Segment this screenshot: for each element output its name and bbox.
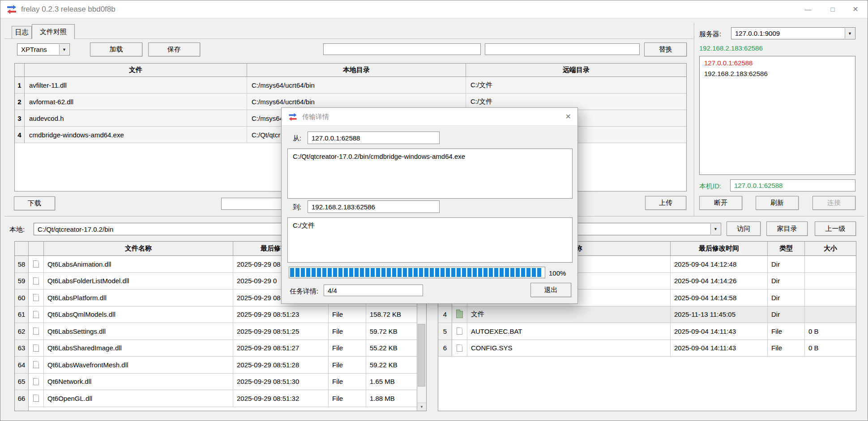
cell-size: 0 B: [805, 340, 856, 357]
up-level-button[interactable]: 上一级: [815, 221, 856, 236]
cell-size: 1.88 MB: [366, 390, 417, 407]
row-number: 63: [15, 340, 29, 357]
progress-bar: [289, 267, 545, 278]
corner-cell: [15, 242, 29, 255]
tab-log[interactable]: 日志: [12, 26, 32, 38]
row-number: 59: [15, 273, 29, 290]
cell-type: File: [329, 357, 366, 374]
row-number: 58: [15, 256, 29, 273]
chevron-down-icon: ▼: [59, 44, 69, 55]
download-button[interactable]: 下载: [14, 196, 55, 210]
col-local-dir[interactable]: 本地目录: [247, 64, 466, 77]
cell-modified: 2025-09-04 14:11:43: [671, 340, 768, 357]
cell-modified: 2025-09-29 08:51:32: [233, 390, 329, 407]
cell-modified: 2025-09-29 08:51:23: [233, 306, 329, 323]
cell-type: File: [329, 374, 366, 391]
preset-combobox[interactable]: XPTrans ▼: [17, 43, 70, 55]
cell-name: Qt6LabsPlatform.dll: [44, 289, 233, 306]
cell-size: 55.22 KB: [366, 340, 417, 357]
to-label: 到:: [293, 203, 301, 212]
table-row[interactable]: 65 Qt6Network.dll 2025-09-29 08:51:30 Fi…: [15, 374, 417, 391]
exit-button[interactable]: 退出: [530, 283, 571, 297]
refresh-button[interactable]: 刷新: [756, 196, 799, 210]
maximize-icon[interactable]: □: [822, 0, 843, 18]
cell-size: 1.65 MB: [366, 374, 417, 391]
close-icon[interactable]: ✕: [845, 0, 866, 18]
col-remote-dir[interactable]: 远端目录: [466, 64, 686, 77]
save-button[interactable]: 保存: [148, 43, 200, 56]
cell-name: Qt6LabsQmlModels.dll: [44, 306, 233, 323]
table-row[interactable]: 62 Qt6LabsSettings.dll 2025-09-29 08:51:…: [15, 323, 417, 340]
cell-type: Dir: [768, 306, 805, 323]
progress-segment: [430, 268, 434, 277]
cell-file: cmdbridge-windows-amd64.exe: [25, 127, 247, 143]
vertical-divider: [694, 23, 694, 216]
to-path-textarea[interactable]: C:/文件: [287, 217, 573, 263]
progress-segment: [510, 268, 514, 277]
server-label: 服务器:: [699, 30, 721, 38]
col-type[interactable]: 类型: [768, 242, 805, 255]
row-number: 61: [15, 306, 29, 323]
compare-filter-input[interactable]: [221, 198, 287, 210]
connect-button[interactable]: 连接: [812, 196, 855, 210]
table-row[interactable]: 64 Qt6LabsWavefrontMesh.dll 2025-09-29 0…: [15, 357, 417, 374]
task-details-label: 任务详情:: [290, 287, 318, 296]
cell-name: Qt6LabsSharedImage.dll: [44, 340, 233, 357]
load-button[interactable]: 加载: [90, 43, 142, 56]
row-number: 5: [438, 323, 452, 340]
progress-segment: [457, 268, 461, 277]
home-dir-button[interactable]: 家目录: [766, 221, 808, 236]
row-number-strip: [15, 407, 29, 411]
minimize-icon[interactable]: —: [798, 0, 818, 18]
table-row[interactable]: 66 Qt6OpenGL.dll 2025-09-29 08:51:32 Fil…: [15, 390, 417, 407]
cell-modified: 2025-09-04 14:14:26: [671, 273, 768, 290]
replace-button[interactable]: 替换: [644, 43, 687, 56]
table-row[interactable]: 61 Qt6LabsQmlModels.dll 2025-09-29 08:51…: [15, 306, 417, 323]
cell-modified: 2025-09-29 08:51:27: [233, 340, 329, 357]
disconnect-button[interactable]: 断开: [699, 196, 742, 210]
table-row[interactable]: 1 avfilter-11.dll C:/msys64/ucrt64/bin C…: [15, 77, 686, 94]
cell-name: CONFIG.SYS: [467, 340, 671, 357]
table-row[interactable]: 5 AUTOEXEC.BAT 2025-09-04 14:11:43 File …: [438, 323, 856, 340]
table-row[interactable]: 4 文件 2025-11-13 11:45:05 Dir: [438, 306, 856, 323]
cell-type: Dir: [768, 273, 805, 290]
from-address-field[interactable]: 127.0.0.1:62588: [308, 132, 440, 144]
progress-segment: [414, 268, 418, 277]
upload-button[interactable]: 上传: [645, 196, 686, 210]
from-label: 从:: [293, 134, 301, 143]
task-details-field[interactable]: 4/4: [324, 285, 423, 296]
window-title: frelay 0.2.3 release bbd0f8b: [21, 0, 115, 18]
icon-cell: [29, 306, 44, 323]
server-combobox[interactable]: 127.0.0.1:9009 ▼: [731, 27, 855, 39]
cell-modified: 2025-09-04 14:12:48: [671, 256, 768, 273]
progress-segment: [365, 268, 369, 277]
tab-file-compare[interactable]: 文件对照: [32, 24, 75, 39]
col-file-name[interactable]: 文件名称: [44, 242, 233, 255]
progress-segment: [381, 268, 385, 277]
scroll-down-icon[interactable]: ▼: [417, 403, 426, 411]
find-input[interactable]: [323, 43, 481, 55]
to-address-field[interactable]: 192.168.2.183:62586: [308, 200, 440, 213]
list-item[interactable]: 127.0.0.1:62588: [700, 58, 855, 68]
table-row[interactable]: 6 CONFIG.SYS 2025-09-04 14:11:43 File 0 …: [438, 340, 856, 357]
cell-type: File: [768, 340, 805, 357]
progress-percent: 100%: [549, 269, 566, 277]
cell-modified: 2025-09-29 08:51:28: [233, 357, 329, 374]
col-size[interactable]: 大小: [805, 242, 856, 255]
scrollbar-thumb[interactable]: [418, 324, 425, 387]
cell-type: File: [329, 306, 366, 323]
local-path-label: 本地:: [9, 225, 25, 234]
from-path-textarea[interactable]: C:/Qt/qtcreator-17.0.2/bin/cmdbridge-win…: [287, 149, 573, 199]
list-item[interactable]: 192.168.2.183:62586: [700, 68, 855, 79]
col-modified[interactable]: 最后修改时间: [671, 242, 768, 255]
col-file[interactable]: 文件: [25, 64, 247, 77]
progress-segment: [344, 268, 348, 277]
progress-segment: [371, 268, 375, 277]
row-number: 4: [438, 306, 452, 323]
dialog-close-icon[interactable]: ✕: [565, 108, 571, 126]
transfer-details-dialog: 传输详情 ✕ 从: 127.0.0.1:62588 C:/Qt/qtcreato…: [281, 107, 578, 304]
cell-remote: C:/文件: [466, 77, 686, 94]
visit-button[interactable]: 访问: [727, 221, 761, 236]
table-row[interactable]: 63 Qt6LabsSharedImage.dll 2025-09-29 08:…: [15, 340, 417, 357]
replace-input[interactable]: [485, 43, 640, 55]
